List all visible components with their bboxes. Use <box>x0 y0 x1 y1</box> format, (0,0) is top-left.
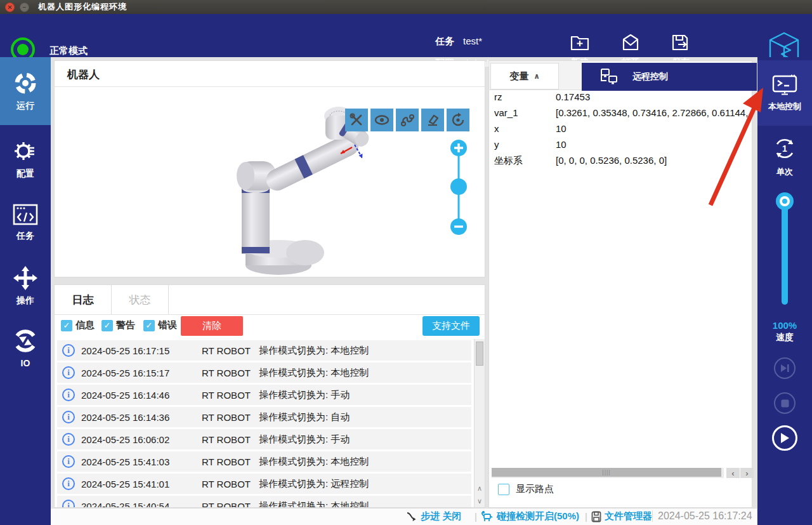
tools-button[interactable] <box>345 109 368 131</box>
error-checkbox[interactable]: ✓ <box>143 320 155 331</box>
variable-value: 10 <box>556 139 566 150</box>
variable-row[interactable]: var_1[0.3261, 0.35348, 0.73416, 2.72866,… <box>494 107 748 123</box>
filter-warning[interactable]: ✓警告 <box>102 319 135 331</box>
filter-warning-label: 警告 <box>116 319 135 331</box>
step-mode-label: 步进 关闭 <box>421 510 461 522</box>
log-message: 操作模式切换为: 远程控制 <box>259 478 369 490</box>
show-waypoints-checkbox[interactable] <box>498 484 509 495</box>
single-cycle-icon: 1 <box>772 136 797 161</box>
new-file-icon <box>569 32 591 53</box>
filter-info-label: 信息 <box>75 319 95 331</box>
local-control-button[interactable]: 本地控制 <box>757 60 812 126</box>
sidebar-item-task[interactable]: 任务 <box>0 190 51 254</box>
log-row[interactable]: i2024-05-25 15:41:03RT ROBOT操作模式切换为: 本地控… <box>57 451 471 472</box>
scroll-left-button[interactable]: ‹ <box>726 468 740 478</box>
variables-collapse-button[interactable]: 变量 ∧ <box>490 63 559 90</box>
log-message: 操作模式切换为: 本地控制 <box>259 367 369 379</box>
panel-title: 机器人 <box>67 67 100 82</box>
menu-item-remote-control[interactable]: 远程控制 <box>632 71 668 83</box>
log-row[interactable]: i2024-05-25 16:17:15RT ROBOT操作模式切换为: 本地控… <box>57 340 471 361</box>
file-manager-icon <box>591 511 601 522</box>
close-icon[interactable]: ✕ <box>5 3 15 12</box>
task-label: 任务 <box>435 36 454 46</box>
log-message: 操作模式切换为: 手动 <box>259 389 350 401</box>
tab-log[interactable]: 日志 <box>55 285 112 314</box>
filter-error[interactable]: ✓错误 <box>143 319 177 331</box>
sidebar-item-config[interactable]: 配置 <box>0 127 51 190</box>
scroll-right-button[interactable]: › <box>740 468 754 478</box>
variable-row[interactable]: y10 <box>494 139 748 155</box>
info-checkbox[interactable]: ✓ <box>61 320 72 331</box>
horizontal-scrollbar[interactable]: |||| ‹ › <box>492 468 750 479</box>
stop-button[interactable] <box>774 392 796 414</box>
app-header: 正常模式 任务test* 配置default 新建 打开 保存 <box>0 14 812 57</box>
sidebar-item-run[interactable]: 运行 <box>0 57 51 125</box>
filter-info[interactable]: ✓信息 <box>61 319 95 331</box>
log-row[interactable]: i2024-05-25 16:14:36RT ROBOT操作模式切换为: 自动 <box>57 407 471 427</box>
io-swap-icon <box>13 328 38 354</box>
log-row[interactable]: i2024-05-25 16:06:02RT ROBOT操作模式切换为: 手动 <box>57 429 471 449</box>
support-file-button[interactable]: 支持文件 <box>422 316 480 336</box>
log-time: 2024-05-25 16:17:15 <box>81 345 183 356</box>
status-timestamp: 2024-05-25 16:17:24 <box>652 510 752 522</box>
single-run-button[interactable]: 1 单次 <box>757 128 812 185</box>
sidebar-item-label: 任务 <box>16 230 34 242</box>
log-list[interactable]: i2024-05-25 16:17:15RT ROBOT操作模式切换为: 本地控… <box>55 339 473 508</box>
step-mode-status[interactable]: 步进 关闭 <box>406 510 461 522</box>
step-icon <box>406 512 417 522</box>
minimize-icon[interactable]: − <box>20 3 29 12</box>
scrollbar-thumb[interactable]: |||| <box>492 468 721 477</box>
single-run-label: 单次 <box>776 166 793 178</box>
variable-name: y <box>494 139 556 150</box>
path-icon <box>399 112 416 128</box>
log-time: 2024-05-25 16:14:46 <box>81 390 183 401</box>
sidebar-item-io[interactable]: IO <box>0 316 51 380</box>
variable-row[interactable]: rz0.17453 <box>494 91 748 107</box>
log-source: RT ROBOT <box>202 390 254 401</box>
speed-slider-track[interactable] <box>782 203 788 305</box>
sidebar-item-operate[interactable]: 操作 <box>0 254 51 317</box>
visibility-button[interactable] <box>370 109 393 131</box>
svg-text:1: 1 <box>782 143 787 154</box>
info-icon: i <box>62 500 75 508</box>
variable-row[interactable]: 坐标系[0, 0, 0, 0.5236, 0.5236, 0] <box>494 155 748 171</box>
open-icon <box>620 32 641 53</box>
tab-status[interactable]: 状态 <box>112 285 169 314</box>
variable-row[interactable]: x10 <box>494 123 748 139</box>
scrollbar-thumb[interactable] <box>476 342 483 366</box>
info-icon: i <box>62 366 75 379</box>
log-source: RT ROBOT <box>202 345 254 356</box>
log-time: 2024-05-25 15:41:03 <box>81 456 183 467</box>
window-title: 机器人图形化编程环境 <box>38 1 127 13</box>
sidebar-item-label: 操作 <box>16 295 34 307</box>
show-waypoints-toggle[interactable]: 显示路点 <box>498 483 554 495</box>
log-row[interactable]: i2024-05-25 15:41:01RT ROBOT操作模式切换为: 远程控… <box>57 474 471 494</box>
separator: | <box>585 511 587 522</box>
log-row[interactable]: i2024-05-25 16:15:17RT ROBOT操作模式切换为: 本地控… <box>57 362 471 383</box>
log-source: RT ROBOT <box>202 456 254 467</box>
path-button[interactable] <box>396 109 419 131</box>
variables-header-label: 变量 <box>509 70 528 83</box>
log-scrollbar[interactable]: ∧ ∨ <box>474 339 485 508</box>
log-row[interactable]: i2024-05-25 15:40:54RT ROBOT操作模式切换为: 本地控… <box>57 496 471 508</box>
collision-detect-status[interactable]: 碰撞检测开启(50%) <box>481 510 579 522</box>
erase-button[interactable] <box>421 109 444 131</box>
step-forward-button[interactable] <box>774 357 796 379</box>
scroll-up-button[interactable]: ∧ <box>475 482 485 494</box>
reset-view-button[interactable] <box>447 109 469 131</box>
warning-checkbox[interactable]: ✓ <box>102 320 113 331</box>
robot-view-panel: 机器人 <box>54 60 485 277</box>
stop-icon <box>781 399 789 408</box>
info-icon: i <box>62 455 75 468</box>
speed-slider-handle[interactable] <box>776 192 794 210</box>
rotate-icon <box>450 112 466 128</box>
tab-log-label: 日志 <box>72 293 94 307</box>
scroll-down-button[interactable]: ∨ <box>475 495 485 507</box>
log-row[interactable]: i2024-05-25 16:14:46RT ROBOT操作模式切换为: 手动 <box>57 385 471 405</box>
clear-button[interactable]: 清除 <box>181 316 243 336</box>
log-source: RT ROBOT <box>202 434 254 445</box>
file-manager-button[interactable]: 文件管理器 <box>591 510 652 522</box>
play-button[interactable] <box>772 425 797 451</box>
sidebar-item-label: 运行 <box>16 100 34 112</box>
variable-name: 坐标系 <box>494 155 556 167</box>
